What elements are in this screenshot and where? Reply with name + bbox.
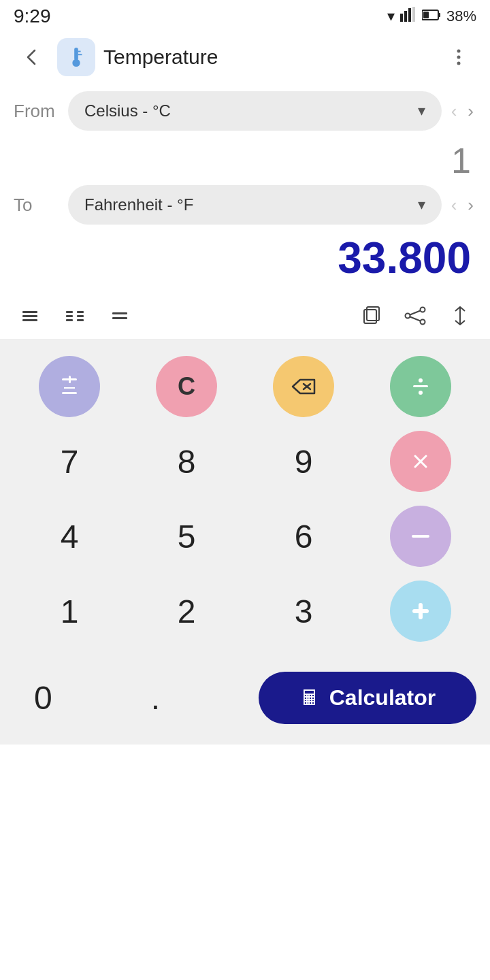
nine-key[interactable]: 9 <box>248 431 359 492</box>
status-bar: 9:29 ▾ 38% <box>0 0 490 30</box>
two-key[interactable]: 2 <box>131 581 242 642</box>
status-icons: ▾ 38% <box>387 7 476 26</box>
eight-key[interactable]: 8 <box>131 431 242 492</box>
share-button[interactable] <box>399 299 431 332</box>
zero-key[interactable]: 0 <box>14 679 52 717</box>
copy-button[interactable] <box>354 299 387 332</box>
swap-button[interactable] <box>444 299 476 332</box>
page-title: Temperature <box>103 46 441 69</box>
five-key[interactable]: 5 <box>131 506 242 567</box>
plus-minus-key[interactable] <box>14 356 125 417</box>
back-button[interactable] <box>14 39 49 75</box>
to-value: 33.800 <box>338 233 471 282</box>
list-view-3-button[interactable] <box>103 299 136 332</box>
backspace-circle <box>273 356 334 417</box>
from-prev-arrow[interactable]: ‹ <box>448 98 460 125</box>
four-key[interactable]: 4 <box>14 506 125 567</box>
one-key[interactable]: 1 <box>14 581 125 642</box>
three-key[interactable]: 3 <box>248 581 359 642</box>
plus-minus-icon <box>57 374 82 399</box>
svg-rect-23 <box>62 392 77 394</box>
svg-line-19 <box>410 311 421 315</box>
from-next-arrow[interactable]: › <box>465 98 476 125</box>
multiply-icon <box>410 451 431 472</box>
minus-circle <box>390 506 451 567</box>
svg-rect-32 <box>412 535 429 538</box>
six-label: 6 <box>295 518 313 555</box>
swap-icon <box>448 304 472 327</box>
calculator-button-icon: 🖩 <box>299 687 320 710</box>
header: Temperature <box>0 30 490 84</box>
from-unit-selector[interactable]: Celsius - °C ▾ <box>68 91 442 131</box>
svg-point-11 <box>457 50 461 53</box>
toolbar-left <box>14 299 354 332</box>
signal-icon <box>400 7 416 26</box>
to-label: To <box>14 195 68 216</box>
to-dropdown-arrow: ▾ <box>418 196 425 214</box>
seven-label: 7 <box>61 443 79 480</box>
to-next-arrow[interactable]: › <box>465 192 476 218</box>
share-icon <box>404 304 427 327</box>
to-unit-selector[interactable]: Fahrenheit - °F ▾ <box>68 185 442 225</box>
svg-point-17 <box>406 314 410 318</box>
copy-icon <box>359 304 382 327</box>
six-key[interactable]: 6 <box>248 506 359 567</box>
minus-key[interactable] <box>365 506 476 567</box>
clear-circle: C <box>156 356 217 417</box>
to-unit-text: Fahrenheit - °F <box>84 195 193 214</box>
backspace-key[interactable] <box>248 356 359 417</box>
more-options-button[interactable] <box>441 39 476 75</box>
svg-point-13 <box>457 62 461 65</box>
svg-point-27 <box>419 378 423 382</box>
one-label: 1 <box>61 593 79 630</box>
plus-icon <box>410 600 431 622</box>
battery-icon <box>422 7 441 25</box>
svg-point-8 <box>72 59 80 67</box>
svg-rect-7 <box>74 48 78 61</box>
calculator-button[interactable]: 🖩 Calculator <box>259 672 476 724</box>
eight-label: 8 <box>178 443 196 480</box>
from-label: From <box>14 101 68 122</box>
from-nav-arrows: ‹ › <box>448 98 476 125</box>
svg-point-16 <box>421 308 425 312</box>
from-dropdown-arrow: ▾ <box>418 102 425 120</box>
multiply-key[interactable] <box>365 431 476 492</box>
nine-label: 9 <box>295 443 313 480</box>
bottom-row: 0 . 🖩 Calculator <box>0 658 490 745</box>
dot-key[interactable]: . <box>151 679 160 717</box>
svg-rect-34 <box>412 609 429 613</box>
from-value: 1 <box>451 141 471 180</box>
to-nav-arrows: ‹ › <box>448 192 476 218</box>
plus-key[interactable] <box>365 581 476 642</box>
list-view-1-button[interactable] <box>14 299 46 332</box>
toolbar-right <box>354 299 476 332</box>
two-label: 2 <box>178 593 196 630</box>
five-label: 5 <box>178 518 196 555</box>
to-row: To Fahrenheit - °F ▾ ‹ › <box>14 185 476 225</box>
divide-key[interactable] <box>365 356 476 417</box>
keypad: C 7 8 9 <box>0 340 490 658</box>
from-unit-text: Celsius - °C <box>84 101 171 120</box>
to-value-display: 33.800 <box>14 230 476 286</box>
svg-point-29 <box>419 391 423 395</box>
clear-key[interactable]: C <box>131 356 242 417</box>
plus-minus-circle <box>39 356 100 417</box>
conversion-area: From Celsius - °C ▾ ‹ › 1 To Fahrenheit … <box>0 84 490 293</box>
svg-rect-1 <box>404 11 407 22</box>
clear-label: C <box>178 372 195 401</box>
list-view-3-icon <box>112 312 127 319</box>
svg-rect-6 <box>423 12 429 18</box>
seven-key[interactable]: 7 <box>14 431 125 492</box>
minus-icon <box>410 533 431 540</box>
backspace-icon <box>291 377 316 396</box>
status-time: 9:29 <box>14 5 51 27</box>
battery-percentage: 38% <box>446 7 476 25</box>
app-icon <box>57 38 95 76</box>
svg-rect-2 <box>408 8 411 22</box>
list-view-2-button[interactable] <box>59 299 91 332</box>
from-value-display: 1 <box>14 136 476 185</box>
calculator-button-label: Calculator <box>329 685 436 710</box>
svg-point-12 <box>457 56 461 59</box>
to-prev-arrow[interactable]: ‹ <box>448 192 460 218</box>
svg-rect-22 <box>69 376 71 383</box>
